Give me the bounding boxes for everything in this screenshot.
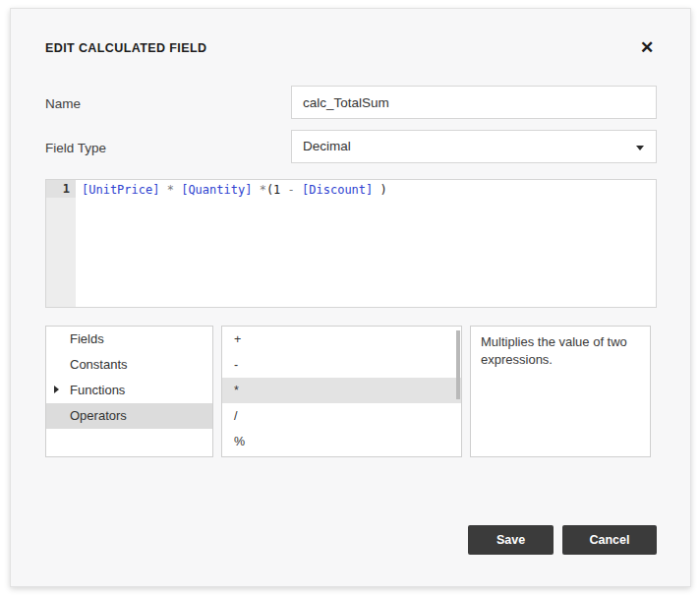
category-item-operators[interactable]: Operators <box>46 403 212 429</box>
expression-operator-token: * <box>252 183 265 197</box>
save-button[interactable]: Save <box>468 525 554 555</box>
category-item-label: Fields <box>70 331 104 346</box>
category-item-label: Constants <box>70 357 128 372</box>
name-input[interactable] <box>291 86 657 119</box>
line-number-gutter: 1 <box>46 180 76 307</box>
expression-field-token: [Discount] <box>302 183 373 197</box>
name-label: Name <box>45 96 81 111</box>
expression-field-token: [Quantity] <box>181 183 252 197</box>
dialog-title: EDIT CALCULATED FIELD <box>45 41 206 55</box>
field-type-value: Decimal <box>303 139 351 153</box>
chevron-down-icon <box>636 146 644 150</box>
expression-field-token: [UnitPrice] <box>82 183 159 197</box>
field-type-select[interactable]: Decimal <box>291 130 657 163</box>
category-item-label: Operators <box>70 408 127 423</box>
expression-operator-token: - <box>280 183 302 197</box>
operator-item-minus[interactable]: - <box>222 352 461 378</box>
cancel-button[interactable]: Cancel <box>562 525 657 555</box>
expression-text: [UnitPrice] * [Quantity] *(1 - [Discount… <box>82 182 387 198</box>
operator-item-modulo[interactable]: % <box>222 429 461 454</box>
category-item-label: Functions <box>70 383 125 397</box>
operator-description: Multiplies the value of two expressions. <box>481 334 627 367</box>
close-icon[interactable]: ✕ <box>633 34 661 62</box>
description-panel: Multiplies the value of two expressions. <box>470 326 651 457</box>
category-item-constants[interactable]: Constants <box>46 352 212 378</box>
operator-item-plus[interactable]: + <box>222 327 461 352</box>
line-number: 1 <box>46 180 76 198</box>
expression-editor[interactable]: 1 [UnitPrice] * [Quantity] *(1 - [Discou… <box>45 179 657 308</box>
field-type-label: Field Type <box>45 141 106 155</box>
category-list: Fields Constants Functions Operators <box>45 326 213 457</box>
scrollbar-thumb[interactable] <box>456 330 460 399</box>
operator-item-multiply[interactable]: * <box>222 378 461 403</box>
category-item-functions[interactable]: Functions <box>46 378 212 403</box>
operator-item-divide[interactable]: / <box>222 403 461 429</box>
expression-operator-token: * <box>159 183 181 197</box>
expand-arrow-icon <box>54 386 59 393</box>
category-item-fields[interactable]: Fields <box>46 327 212 352</box>
operator-list: + - * / % <box>221 326 462 457</box>
expression-paren-token: ) <box>373 183 386 197</box>
edit-calculated-field-dialog: EDIT CALCULATED FIELD ✕ Name Field Type … <box>10 8 691 587</box>
